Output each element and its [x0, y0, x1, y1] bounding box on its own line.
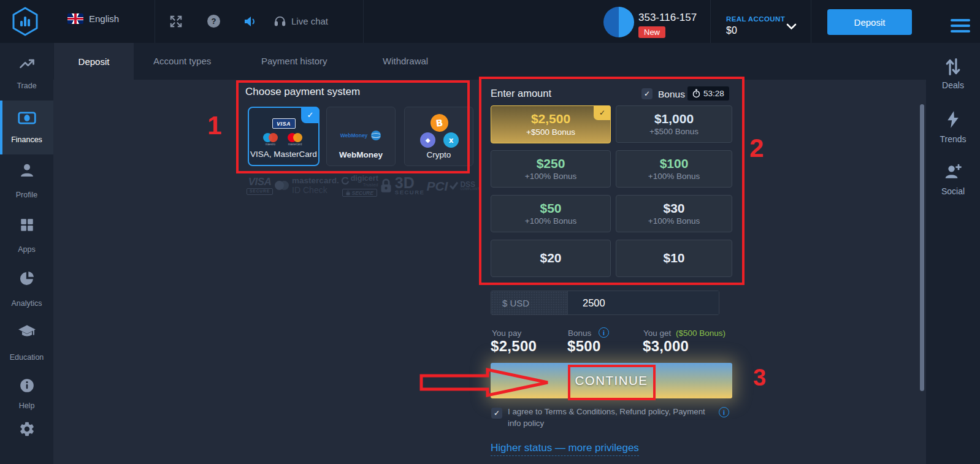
you-pay-label: You pay	[492, 329, 521, 338]
sidebar-item-finances[interactable]: Finances	[0, 135, 53, 144]
check-icon: ✓	[594, 105, 611, 120]
rail-item-social[interactable]: Social	[926, 186, 980, 196]
amount-option-250[interactable]: $250+100% Bonus	[491, 150, 611, 188]
you-get-bonus-note: ($500 Bonus)	[676, 329, 725, 338]
agree-terms-text[interactable]: I agree to Terms & Conditions, Refund po…	[508, 406, 714, 429]
sidebar-item-help[interactable]: Help	[0, 401, 53, 410]
trust-badges: VISA SECURE mastercard. ID Check digicer…	[247, 175, 480, 197]
new-badge: New	[638, 26, 665, 38]
lock-icon	[380, 178, 392, 193]
amount-section-title: Enter amount	[491, 88, 551, 99]
settings-gear-icon[interactable]	[0, 420, 53, 440]
finances-icon[interactable]	[0, 110, 53, 129]
bonus-column-label: Bonus	[568, 329, 591, 338]
check-icon: ✓	[301, 107, 320, 123]
account-switcher[interactable]: REAL ACCOUNT $0	[726, 12, 806, 39]
sidebar-item-analytics[interactable]: Analytics	[0, 299, 53, 308]
menu-icon[interactable]	[951, 19, 970, 36]
visa-secure-badge: VISA SECURE	[247, 177, 273, 195]
right-rail	[926, 43, 980, 464]
trade-icon[interactable]	[0, 55, 53, 75]
rail-item-deals[interactable]: Deals	[926, 80, 980, 90]
ripple-icon: x	[443, 132, 459, 148]
agree-checkbox[interactable]: ✓	[491, 408, 502, 419]
currency-selector[interactable]: $ USD	[491, 291, 568, 314]
platform-logo-icon[interactable]	[10, 6, 40, 39]
trends-icon[interactable]	[926, 110, 980, 131]
payment-card-crypto[interactable]: B ◆ x Crypto	[404, 107, 473, 166]
stopwatch-icon	[692, 89, 700, 98]
amount-option-2500[interactable]: ✓ $2,500+$500 Bonus	[491, 105, 611, 143]
tab-payment-history[interactable]: Payment history	[261, 56, 327, 66]
amount-option-100[interactable]: $100+100% Bonus	[616, 150, 732, 188]
bonus-info-icon[interactable]: i	[599, 327, 609, 338]
fullscreen-icon[interactable]	[169, 15, 183, 31]
divider	[155, 0, 155, 43]
help-icon[interactable]: ?	[207, 15, 220, 28]
mastercard-logo: mastercard	[288, 133, 302, 146]
deals-icon[interactable]	[926, 57, 980, 79]
amount-option-10[interactable]: $10	[616, 240, 732, 277]
continue-button[interactable]: CONTINUE	[491, 363, 732, 398]
scrollbar[interactable]	[920, 104, 924, 391]
payment-card-label: WebMoney	[327, 150, 395, 159]
you-get-label: You get	[643, 329, 671, 338]
amount-option-20[interactable]: $20	[491, 240, 611, 277]
check-icon: ✓	[494, 409, 500, 417]
timer-value: 53:28	[703, 89, 724, 98]
payment-section-title: Choose payment system	[245, 86, 360, 98]
terms-info-icon[interactable]: i	[719, 407, 729, 417]
digicert-badge: digicert Trusted SECURE	[341, 175, 378, 197]
amount-option-1000[interactable]: $1,000+$500 Bonus	[616, 105, 732, 143]
chevron-down-icon	[786, 23, 797, 30]
amount-option-50[interactable]: $50+100% Bonus	[491, 195, 611, 232]
payment-card-visa-mastercard[interactable]: ✓ VISA maestro mastercard VISA, MasterCa…	[248, 107, 320, 166]
ethereum-icon: ◆	[420, 132, 435, 148]
sidebar-item-trade[interactable]: Trade	[0, 82, 53, 90]
divider	[811, 0, 811, 43]
check-icon: ✓	[644, 89, 650, 98]
webmoney-globe-icon	[370, 130, 381, 141]
social-icon[interactable]	[926, 162, 980, 183]
bonus-value: $500	[567, 338, 601, 355]
sidebar-item-profile[interactable]: Profile	[0, 191, 53, 199]
language-label: English	[89, 13, 119, 24]
live-chat-button[interactable]: Live chat	[274, 15, 328, 28]
account-type-label: REAL ACCOUNT	[726, 15, 785, 23]
account-balance: $0	[726, 25, 737, 36]
tab-deposit[interactable]: Deposit	[54, 43, 134, 80]
account-id: 353-116-157	[638, 12, 697, 24]
language-selector[interactable]: English	[67, 13, 119, 24]
education-icon[interactable]	[0, 324, 53, 342]
deposit-button[interactable]: Deposit	[827, 9, 912, 35]
avatar[interactable]	[603, 7, 634, 37]
higher-status-link[interactable]: Higher status — more privileges	[491, 442, 639, 456]
tab-account-types[interactable]: Account types	[153, 56, 211, 66]
help-info-icon[interactable]	[0, 378, 53, 396]
profile-icon[interactable]	[0, 162, 53, 181]
lock-icon	[346, 190, 350, 196]
digicert-icon	[341, 177, 349, 185]
payment-card-label: Crypto	[405, 150, 473, 159]
payment-card-label: VISA, MasterCard	[249, 150, 318, 159]
apps-icon[interactable]	[0, 217, 53, 235]
check-swoosh-icon	[450, 181, 458, 190]
bonus-checkbox[interactable]: ✓	[641, 88, 653, 99]
amount-option-30[interactable]: $30+100% Bonus	[616, 195, 732, 232]
payment-card-webmoney[interactable]: WebMoney WebMoney	[326, 107, 396, 166]
tab-withdrawal[interactable]: Withdrawal	[383, 56, 428, 66]
amount-input[interactable]	[568, 291, 719, 314]
you-get-value: $3,000	[643, 338, 689, 355]
sound-icon[interactable]	[243, 14, 258, 31]
you-pay-value: $2,500	[491, 338, 537, 355]
webmoney-logo: WebMoney	[340, 132, 368, 139]
bonus-checkbox-label: Bonus	[658, 89, 685, 100]
sidebar-item-apps[interactable]: Apps	[0, 245, 53, 254]
bitcoin-icon: B	[429, 113, 450, 133]
sidebar-item-education[interactable]: Education	[0, 353, 53, 362]
mastercard-circles-icon	[275, 181, 289, 190]
bonus-timer: 53:28	[687, 86, 729, 101]
rail-item-trends[interactable]: Trends	[926, 134, 980, 144]
maestro-logo: maestro	[263, 133, 278, 146]
analytics-icon[interactable]	[0, 270, 53, 289]
